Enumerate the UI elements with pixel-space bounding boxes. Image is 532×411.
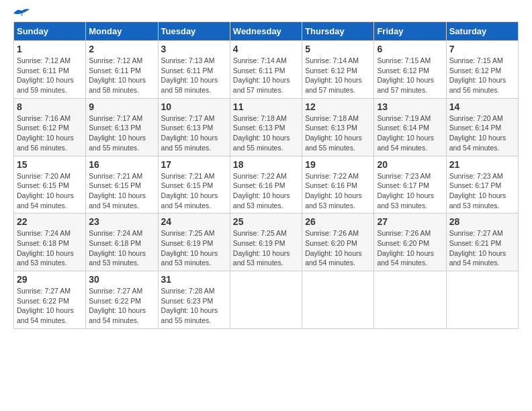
day-detail: Sunrise: 7:18 AM Sunset: 6:13 PM Dayligh… bbox=[233, 113, 299, 153]
weekday-header-saturday: Saturday bbox=[446, 22, 518, 41]
day-number: 3 bbox=[161, 44, 227, 54]
logo-bird-icon bbox=[12, 7, 31, 19]
calendar-cell: 30 Sunrise: 7:27 AM Sunset: 6:22 PM Dayl… bbox=[86, 271, 158, 329]
calendar-cell: 16 Sunrise: 7:21 AM Sunset: 6:15 PM Dayl… bbox=[86, 156, 158, 214]
calendar-week-3: 15 Sunrise: 7:20 AM Sunset: 6:15 PM Dayl… bbox=[14, 156, 519, 214]
weekday-header-tuesday: Tuesday bbox=[158, 22, 230, 41]
calendar-cell: 6 Sunrise: 7:15 AM Sunset: 6:12 PM Dayli… bbox=[374, 41, 446, 99]
day-detail: Sunrise: 7:14 AM Sunset: 6:12 PM Dayligh… bbox=[305, 56, 371, 95]
day-number: 14 bbox=[449, 101, 515, 112]
day-number: 6 bbox=[377, 44, 443, 54]
day-detail: Sunrise: 7:18 AM Sunset: 6:13 PM Dayligh… bbox=[305, 113, 371, 153]
calendar-cell: 12 Sunrise: 7:18 AM Sunset: 6:13 PM Dayl… bbox=[302, 98, 374, 156]
calendar-header-row: SundayMondayTuesdayWednesdayThursdayFrid… bbox=[14, 22, 519, 41]
day-detail: Sunrise: 7:25 AM Sunset: 6:19 PM Dayligh… bbox=[233, 228, 299, 268]
calendar-table: SundayMondayTuesdayWednesdayThursdayFrid… bbox=[13, 21, 519, 329]
calendar-cell: 31 Sunrise: 7:28 AM Sunset: 6:23 PM Dayl… bbox=[158, 271, 230, 329]
day-number: 18 bbox=[233, 159, 299, 170]
day-detail: Sunrise: 7:27 AM Sunset: 6:22 PM Dayligh… bbox=[17, 286, 83, 326]
calendar-cell: 23 Sunrise: 7:24 AM Sunset: 6:18 PM Dayl… bbox=[86, 214, 158, 271]
day-detail: Sunrise: 7:28 AM Sunset: 6:23 PM Dayligh… bbox=[161, 286, 227, 326]
day-number: 17 bbox=[161, 159, 227, 170]
day-number: 28 bbox=[449, 216, 515, 227]
day-detail: Sunrise: 7:27 AM Sunset: 6:21 PM Dayligh… bbox=[449, 228, 515, 268]
weekday-header-sunday: Sunday bbox=[14, 22, 86, 41]
day-number: 11 bbox=[233, 101, 299, 112]
day-number: 1 bbox=[17, 44, 83, 54]
day-detail: Sunrise: 7:22 AM Sunset: 6:16 PM Dayligh… bbox=[233, 171, 299, 211]
weekday-header-monday: Monday bbox=[86, 22, 158, 41]
day-detail: Sunrise: 7:17 AM Sunset: 6:13 PM Dayligh… bbox=[89, 113, 154, 153]
calendar-cell: 15 Sunrise: 7:20 AM Sunset: 6:15 PM Dayl… bbox=[14, 156, 86, 214]
calendar-cell bbox=[230, 271, 302, 329]
calendar-cell bbox=[374, 271, 446, 329]
calendar-week-4: 22 Sunrise: 7:24 AM Sunset: 6:18 PM Dayl… bbox=[14, 214, 519, 271]
calendar-week-1: 1 Sunrise: 7:12 AM Sunset: 6:11 PM Dayli… bbox=[14, 41, 519, 99]
day-number: 19 bbox=[305, 159, 371, 170]
day-number: 4 bbox=[233, 44, 299, 54]
day-number: 22 bbox=[17, 216, 83, 227]
day-number: 10 bbox=[161, 101, 227, 112]
day-number: 12 bbox=[305, 101, 371, 112]
day-detail: Sunrise: 7:27 AM Sunset: 6:22 PM Dayligh… bbox=[89, 286, 154, 326]
day-detail: Sunrise: 7:23 AM Sunset: 6:17 PM Dayligh… bbox=[377, 171, 443, 211]
calendar-cell: 8 Sunrise: 7:16 AM Sunset: 6:12 PM Dayli… bbox=[14, 98, 86, 156]
weekday-header-friday: Friday bbox=[374, 22, 446, 41]
calendar-cell: 7 Sunrise: 7:15 AM Sunset: 6:12 PM Dayli… bbox=[446, 41, 518, 99]
calendar-cell: 24 Sunrise: 7:25 AM Sunset: 6:19 PM Dayl… bbox=[158, 214, 230, 271]
day-detail: Sunrise: 7:16 AM Sunset: 6:12 PM Dayligh… bbox=[17, 113, 83, 153]
day-detail: Sunrise: 7:15 AM Sunset: 6:12 PM Dayligh… bbox=[377, 56, 443, 95]
day-number: 30 bbox=[89, 274, 154, 285]
calendar-cell: 14 Sunrise: 7:20 AM Sunset: 6:14 PM Dayl… bbox=[446, 98, 518, 156]
day-detail: Sunrise: 7:13 AM Sunset: 6:11 PM Dayligh… bbox=[161, 56, 227, 95]
day-detail: Sunrise: 7:26 AM Sunset: 6:20 PM Dayligh… bbox=[377, 228, 443, 268]
day-number: 31 bbox=[161, 274, 227, 285]
day-detail: Sunrise: 7:25 AM Sunset: 6:19 PM Dayligh… bbox=[161, 228, 227, 268]
calendar-cell bbox=[446, 271, 518, 329]
calendar-week-5: 29 Sunrise: 7:27 AM Sunset: 6:22 PM Dayl… bbox=[14, 271, 519, 329]
day-detail: Sunrise: 7:15 AM Sunset: 6:12 PM Dayligh… bbox=[449, 56, 515, 95]
calendar-cell: 9 Sunrise: 7:17 AM Sunset: 6:13 PM Dayli… bbox=[86, 98, 158, 156]
calendar-cell: 19 Sunrise: 7:22 AM Sunset: 6:16 PM Dayl… bbox=[302, 156, 374, 214]
calendar-cell: 21 Sunrise: 7:23 AM Sunset: 6:17 PM Dayl… bbox=[446, 156, 518, 214]
header bbox=[13, 13, 519, 15]
day-detail: Sunrise: 7:12 AM Sunset: 6:11 PM Dayligh… bbox=[17, 56, 83, 95]
day-detail: Sunrise: 7:24 AM Sunset: 6:18 PM Dayligh… bbox=[17, 228, 83, 268]
day-number: 15 bbox=[17, 159, 83, 170]
calendar-cell: 25 Sunrise: 7:25 AM Sunset: 6:19 PM Dayl… bbox=[230, 214, 302, 271]
calendar-cell: 11 Sunrise: 7:18 AM Sunset: 6:13 PM Dayl… bbox=[230, 98, 302, 156]
calendar-cell: 28 Sunrise: 7:27 AM Sunset: 6:21 PM Dayl… bbox=[446, 214, 518, 271]
day-number: 9 bbox=[89, 101, 154, 112]
calendar-cell: 18 Sunrise: 7:22 AM Sunset: 6:16 PM Dayl… bbox=[230, 156, 302, 214]
calendar-cell: 29 Sunrise: 7:27 AM Sunset: 6:22 PM Dayl… bbox=[14, 271, 86, 329]
calendar-cell: 26 Sunrise: 7:26 AM Sunset: 6:20 PM Dayl… bbox=[302, 214, 374, 271]
day-detail: Sunrise: 7:20 AM Sunset: 6:14 PM Dayligh… bbox=[449, 113, 515, 153]
day-detail: Sunrise: 7:21 AM Sunset: 6:15 PM Dayligh… bbox=[89, 171, 154, 211]
calendar-cell: 22 Sunrise: 7:24 AM Sunset: 6:18 PM Dayl… bbox=[14, 214, 86, 271]
day-number: 21 bbox=[449, 159, 515, 170]
day-number: 5 bbox=[305, 44, 371, 54]
day-number: 27 bbox=[377, 216, 443, 227]
calendar-cell: 17 Sunrise: 7:21 AM Sunset: 6:15 PM Dayl… bbox=[158, 156, 230, 214]
calendar-body: 1 Sunrise: 7:12 AM Sunset: 6:11 PM Dayli… bbox=[14, 41, 519, 329]
day-number: 29 bbox=[17, 274, 83, 285]
weekday-header-thursday: Thursday bbox=[302, 22, 374, 41]
calendar-cell: 2 Sunrise: 7:12 AM Sunset: 6:11 PM Dayli… bbox=[86, 41, 158, 99]
day-detail: Sunrise: 7:23 AM Sunset: 6:17 PM Dayligh… bbox=[449, 171, 515, 211]
calendar-cell: 1 Sunrise: 7:12 AM Sunset: 6:11 PM Dayli… bbox=[14, 41, 86, 99]
calendar-cell: 13 Sunrise: 7:19 AM Sunset: 6:14 PM Dayl… bbox=[374, 98, 446, 156]
day-number: 2 bbox=[89, 44, 154, 54]
weekday-header-wednesday: Wednesday bbox=[230, 22, 302, 41]
day-detail: Sunrise: 7:22 AM Sunset: 6:16 PM Dayligh… bbox=[305, 171, 371, 211]
calendar-cell: 10 Sunrise: 7:17 AM Sunset: 6:13 PM Dayl… bbox=[158, 98, 230, 156]
day-number: 16 bbox=[89, 159, 154, 170]
day-detail: Sunrise: 7:24 AM Sunset: 6:18 PM Dayligh… bbox=[89, 228, 154, 268]
calendar-cell: 27 Sunrise: 7:26 AM Sunset: 6:20 PM Dayl… bbox=[374, 214, 446, 271]
day-detail: Sunrise: 7:12 AM Sunset: 6:11 PM Dayligh… bbox=[89, 56, 154, 95]
day-number: 24 bbox=[161, 216, 227, 227]
calendar-cell: 4 Sunrise: 7:14 AM Sunset: 6:11 PM Dayli… bbox=[230, 41, 302, 99]
calendar-cell: 3 Sunrise: 7:13 AM Sunset: 6:11 PM Dayli… bbox=[158, 41, 230, 99]
calendar-cell: 20 Sunrise: 7:23 AM Sunset: 6:17 PM Dayl… bbox=[374, 156, 446, 214]
day-number: 13 bbox=[377, 101, 443, 112]
day-detail: Sunrise: 7:21 AM Sunset: 6:15 PM Dayligh… bbox=[161, 171, 227, 211]
